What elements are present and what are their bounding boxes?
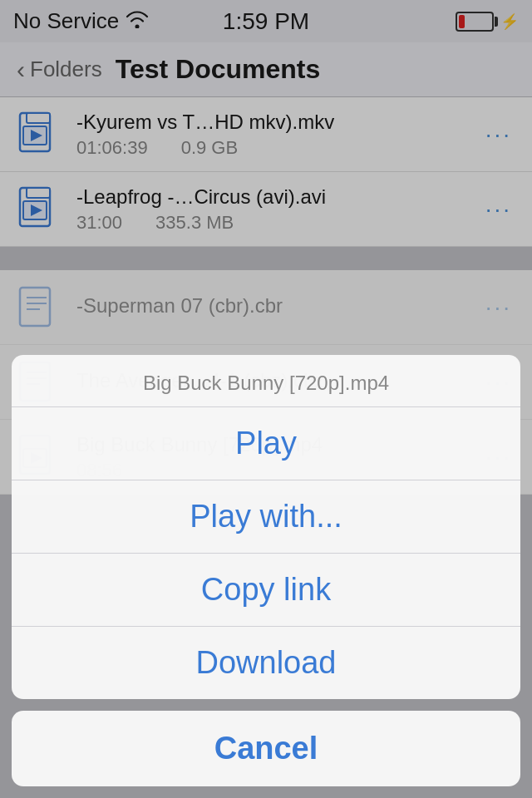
download-label: Download xyxy=(196,645,337,681)
play-with-label: Play with... xyxy=(190,499,342,534)
overlay: Big Buck Bunny [720p].mp4 Play Play with… xyxy=(0,0,532,798)
cancel-label: Cancel xyxy=(12,711,520,786)
action-sheet-container: Big Buck Bunny [720p].mp4 Play Play with… xyxy=(0,355,532,798)
cancel-button[interactable]: Cancel xyxy=(12,711,520,786)
play-label: Play xyxy=(235,426,297,461)
play-with-button[interactable]: Play with... xyxy=(12,480,520,554)
copy-link-button[interactable]: Copy link xyxy=(12,554,520,627)
download-button[interactable]: Download xyxy=(12,627,520,699)
action-sheet: Big Buck Bunny [720p].mp4 Play Play with… xyxy=(12,355,520,699)
action-sheet-title: Big Buck Bunny [720p].mp4 xyxy=(12,355,520,407)
play-button[interactable]: Play xyxy=(12,407,520,480)
copy-link-label: Copy link xyxy=(201,572,331,608)
